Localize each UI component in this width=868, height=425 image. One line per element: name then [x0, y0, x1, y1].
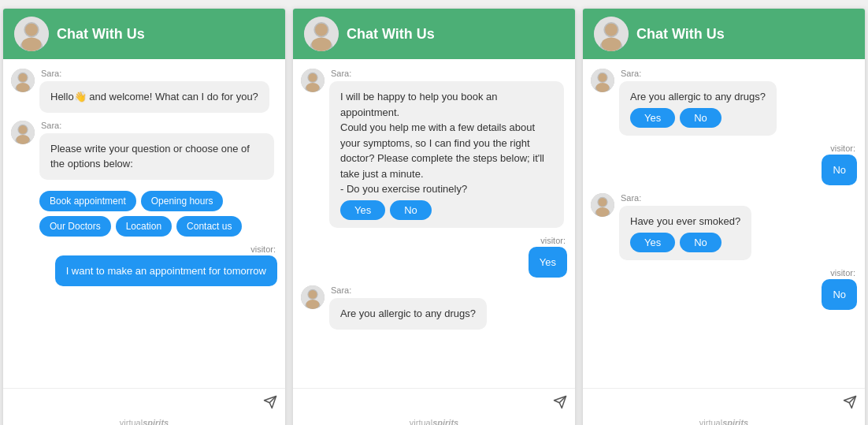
- quick-reply-button[interactable]: Contact us: [176, 216, 242, 237]
- chat-input[interactable]: [591, 397, 838, 408]
- quick-reply-button[interactable]: Book appointment: [39, 191, 136, 211]
- chat-input[interactable]: [11, 397, 258, 408]
- chat-header-title: Chat With Us: [57, 26, 145, 43]
- agent-message-bubble: Are you allergic to any drugs?: [329, 298, 487, 330]
- chat-footer: virtualspirits: [293, 416, 575, 425]
- agent-avatar: [301, 69, 325, 92]
- chat-input-row: [583, 388, 865, 416]
- message-row: Sara:Are you allergic to any drugs?: [301, 285, 567, 330]
- chat-messages: Sara:Are you allergic to any drugs?YesNo…: [583, 59, 865, 388]
- visitor-message-bubble: Yes: [529, 247, 567, 278]
- quick-reply-button[interactable]: Location: [116, 216, 172, 237]
- no-button[interactable]: No: [390, 200, 432, 220]
- visitor-sender-label: visitor:: [250, 244, 276, 254]
- message-content: Sara:Have you ever smoked?YesNo: [619, 193, 751, 260]
- agent-avatar: [11, 121, 35, 144]
- svg-point-47: [599, 198, 607, 207]
- chat-panel-1: Chat With Us Sara:Hello👋 and welcome! Wh…: [2, 8, 286, 425]
- no-button[interactable]: No: [680, 108, 721, 128]
- send-button[interactable]: [553, 395, 567, 409]
- chat-input-row: [3, 388, 285, 416]
- chat-messages: Sara:I will be happy to help you book an…: [293, 59, 575, 388]
- message-row: Sara:Have you ever smoked?YesNo: [591, 193, 857, 260]
- footer-brand: virtualspirits: [699, 418, 748, 425]
- agent-avatar: [11, 69, 35, 92]
- agent-message-bubble: I will be happy to help you book an appo…: [329, 81, 564, 228]
- agent-sender-label: Sara:: [41, 121, 274, 130]
- agent-message-bubble: Have you ever smoked?YesNo: [619, 206, 751, 260]
- send-button[interactable]: [263, 395, 277, 409]
- quick-reply-button[interactable]: Opening hours: [141, 191, 224, 211]
- svg-point-48: [596, 207, 610, 217]
- svg-point-20: [315, 24, 328, 36]
- agent-message-bubble: Are you allergic to any drugs?YesNo: [619, 81, 777, 136]
- chat-panels-container: Chat With Us Sara:Hello👋 and welcome! Wh…: [2, 8, 866, 425]
- visitor-sender-label: visitor:: [830, 144, 855, 153]
- header-avatar: [14, 17, 49, 51]
- visitor-sender-label: visitor:: [540, 236, 566, 245]
- svg-point-42: [599, 73, 607, 82]
- svg-point-26: [306, 83, 320, 92]
- agent-sender-label: Sara:: [621, 193, 751, 203]
- agent-sender-label: Sara:: [621, 69, 777, 78]
- svg-point-4: [22, 37, 42, 51]
- svg-point-38: [602, 37, 621, 51]
- visitor-message-wrapper: visitor:Yes: [301, 236, 567, 278]
- chat-footer: virtualspirits: [583, 416, 865, 425]
- agent-sender-label: Sara:: [41, 69, 269, 78]
- yes-button[interactable]: Yes: [630, 108, 675, 128]
- chat-header: Chat With Us: [293, 9, 575, 59]
- message-row: Sara:Are you allergic to any drugs?YesNo: [591, 69, 857, 136]
- agent-avatar: [591, 193, 614, 217]
- yes-no-buttons: YesNo: [630, 108, 766, 128]
- chat-messages: Sara:Hello👋 and welcome! What can I do f…: [3, 59, 285, 388]
- visitor-message-bubble: No: [822, 279, 857, 311]
- agent-sender-label: Sara:: [331, 285, 487, 295]
- svg-point-14: [17, 135, 30, 144]
- chat-panel-3: Chat With Us Sara:Are you allergic to an…: [582, 8, 866, 425]
- quick-reply-buttons: Book appointmentOpening hoursOur Doctors…: [39, 191, 277, 237]
- svg-point-37: [605, 24, 618, 36]
- visitor-message-wrapper: visitor:No: [591, 144, 857, 186]
- svg-point-3: [25, 24, 38, 36]
- chat-header: Chat With Us: [3, 9, 285, 59]
- svg-point-31: [306, 300, 320, 309]
- agent-sender-label: Sara:: [331, 69, 564, 78]
- message-content: Sara:Please write your question or choos…: [39, 121, 274, 180]
- chat-input[interactable]: [301, 397, 548, 408]
- message-content: Sara:Hello👋 and welcome! What can I do f…: [39, 69, 269, 113]
- chat-footer: virtualspirits: [3, 416, 285, 425]
- svg-point-30: [309, 290, 317, 299]
- visitor-message-wrapper: visitor:I want to make an appointment fo…: [11, 244, 277, 287]
- agent-avatar: [301, 285, 325, 309]
- footer-brand: virtualspirits: [410, 418, 458, 425]
- visitor-sender-label: visitor:: [830, 268, 855, 278]
- svg-point-9: [17, 83, 30, 92]
- visitor-message-wrapper: visitor:No: [591, 268, 857, 311]
- visitor-message-bubble: No: [822, 155, 857, 186]
- footer-brand: virtualspirits: [120, 418, 169, 425]
- no-button[interactable]: No: [680, 233, 721, 252]
- chat-header-title: Chat With Us: [636, 26, 725, 43]
- agent-avatar: [591, 69, 614, 92]
- svg-point-43: [596, 83, 610, 92]
- message-row: Sara:Please write your question or choos…: [11, 121, 277, 180]
- agent-message-bubble: Hello👋 and welcome! What can I do for yo…: [39, 81, 269, 113]
- chat-panel-2: Chat With Us Sara:I will be happy to hel…: [292, 8, 576, 425]
- yes-no-buttons: YesNo: [340, 200, 553, 220]
- yes-no-buttons: YesNo: [630, 233, 740, 252]
- svg-point-8: [19, 73, 28, 82]
- svg-point-21: [312, 37, 332, 51]
- yes-button[interactable]: Yes: [630, 233, 675, 252]
- quick-reply-button[interactable]: Our Doctors: [39, 216, 111, 237]
- yes-button[interactable]: Yes: [340, 200, 385, 220]
- send-button[interactable]: [843, 395, 857, 409]
- chat-header: Chat With Us: [583, 9, 865, 59]
- visitor-message-bubble: I want to make an appointment for tomorr…: [55, 255, 277, 287]
- message-content: Sara:Are you allergic to any drugs?: [329, 285, 487, 330]
- agent-message-bubble: Please write your question or choose one…: [39, 133, 274, 180]
- chat-input-row: [293, 388, 575, 416]
- message-content: Sara:Are you allergic to any drugs?YesNo: [619, 69, 777, 136]
- svg-point-13: [19, 125, 28, 134]
- header-avatar: [304, 17, 339, 51]
